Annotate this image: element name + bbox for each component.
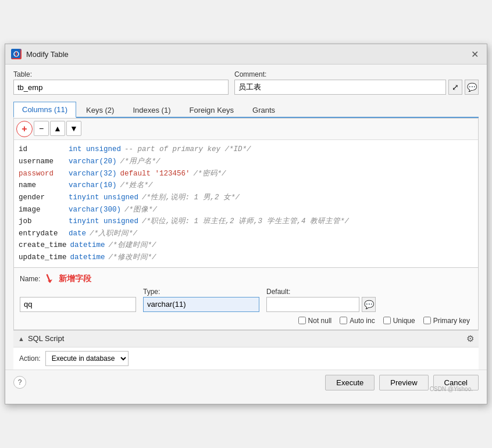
sql-settings-button[interactable]: ⚙ bbox=[466, 334, 474, 344]
table-row: name varchar(10) /*姓名*/ bbox=[19, 180, 473, 192]
tab-grants[interactable]: Grants bbox=[244, 102, 284, 118]
table-label: Table: bbox=[13, 70, 229, 78]
comment-note-button[interactable]: 💬 bbox=[465, 80, 479, 95]
move-up-button[interactable]: ▲ bbox=[50, 121, 65, 136]
tab-indexes[interactable]: Indexes (1) bbox=[124, 102, 179, 118]
comment-label: Comment: bbox=[234, 70, 479, 78]
dialog-title: Modify Table bbox=[26, 50, 69, 59]
columns-toolbar: + − ▲ ▼ bbox=[14, 119, 478, 140]
table-input[interactable] bbox=[13, 80, 229, 95]
move-down-button[interactable]: ▼ bbox=[66, 121, 81, 136]
app-icon bbox=[11, 49, 22, 59]
tab-foreign-keys[interactable]: Foreign Keys bbox=[180, 102, 243, 118]
new-field-name-label: Name: bbox=[20, 275, 40, 283]
not-null-checkbox[interactable]: Not null bbox=[298, 317, 332, 325]
new-field-default-input[interactable] bbox=[266, 297, 359, 312]
table-row: entrydate date /*入职时间*/ bbox=[19, 228, 473, 240]
tab-columns[interactable]: Columns (11) bbox=[13, 102, 76, 118]
table-row: image varchar(300) /*图像*/ bbox=[19, 204, 473, 216]
primary-key-checkbox[interactable]: Primary key bbox=[423, 317, 470, 325]
checkboxes-row: Not null Auto inc Unique Primary key bbox=[20, 317, 472, 325]
sql-header: ▲ SQL Script ⚙ bbox=[13, 331, 479, 347]
columns-area: + − ▲ ▼ id int unsigned -- part of prima… bbox=[13, 118, 479, 329]
sql-title: SQL Script bbox=[28, 334, 64, 343]
remove-column-button[interactable]: − bbox=[34, 121, 49, 136]
table-row: update_time datetime /*修改时间*/ bbox=[19, 252, 473, 264]
watermark: CSDN @Yishoo. bbox=[0, 385, 481, 393]
new-field-tag: 新增字段 bbox=[59, 274, 91, 284]
add-column-button[interactable]: + bbox=[16, 121, 33, 137]
new-field-default-label: Default: bbox=[266, 288, 472, 296]
table-row: create_time datetime /*创建时间*/ bbox=[19, 239, 473, 252]
auto-inc-checkbox[interactable]: Auto inc bbox=[340, 317, 375, 325]
tabs-bar: Columns (11) Keys (2) Indexes (1) Foreig… bbox=[13, 101, 479, 118]
comment-input[interactable] bbox=[234, 80, 446, 95]
new-field-name-input[interactable] bbox=[20, 297, 136, 312]
table-row: id int unsigned -- part of primary key /… bbox=[19, 144, 473, 156]
table-row: username varchar(20) /*用户名*/ bbox=[19, 156, 473, 168]
table-row: gender tinyint unsigned /*性别,说明: 1 男,2 女… bbox=[19, 192, 473, 204]
arrow-icon bbox=[44, 273, 56, 285]
new-field-form: Name: 新增字段 Type: bbox=[14, 267, 478, 329]
new-field-type-label: Type: bbox=[143, 288, 259, 296]
tab-keys[interactable]: Keys (2) bbox=[77, 102, 123, 118]
sql-section: ▲ SQL Script ⚙ Action: Execute in databa… bbox=[13, 330, 479, 370]
table-row: job tinyint unsigned /*职位,说明: 1 班主任,2 讲师… bbox=[19, 216, 473, 228]
default-note-button[interactable]: 💬 bbox=[362, 297, 376, 312]
close-button[interactable]: ✕ bbox=[468, 48, 481, 60]
columns-list: id int unsigned -- part of primary key /… bbox=[14, 140, 478, 267]
comment-expand-button[interactable]: ⤢ bbox=[448, 80, 462, 95]
action-label: Action: bbox=[19, 354, 41, 363]
sql-body: Action: Execute in database Save to file… bbox=[13, 347, 479, 370]
collapse-button[interactable]: ▲ bbox=[18, 335, 24, 342]
action-select[interactable]: Execute in database Save to file Copy to… bbox=[45, 351, 129, 366]
title-bar: Modify Table ✕ bbox=[5, 44, 487, 64]
new-field-type-input[interactable] bbox=[143, 297, 259, 312]
unique-checkbox[interactable]: Unique bbox=[383, 317, 415, 325]
table-row: password varchar(32) default '123456' /*… bbox=[19, 168, 473, 180]
